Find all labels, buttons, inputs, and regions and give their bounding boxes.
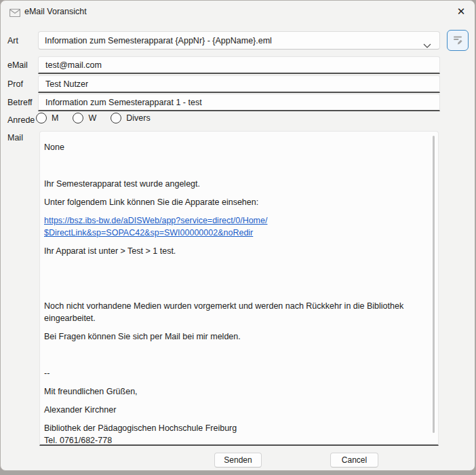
radio-option-divers[interactable]: Divers [111,113,150,124]
radio-circle-divers[interactable] [111,113,121,124]
radio-label-m: M [52,113,58,123]
mail-body-paragraph: Unter folgendem Link können Sie die Appa… [44,196,427,208]
edit-template-button[interactable] [447,30,469,51]
art-label: Art [7,36,18,45]
radio-circle-m[interactable] [36,113,47,124]
mail-body-textarea[interactable]: NoneIhr Semesterapparat test wurde angel… [39,131,439,446]
mail-body-paragraph: Mit freundlichen Grüßen, [44,385,427,398]
mail-body-paragraph: Ihr Apparat ist unter > Test > 1 test. [44,245,427,257]
betreff-field-value: Information zum Semesterapparat 1 - test [45,98,202,107]
edit-list-icon [452,33,464,48]
mail-body-paragraph [44,349,427,361]
scrollbar-thumb[interactable] [433,136,435,433]
mail-body-paragraph: Bei Fragen können Sie sich per Mail bei … [44,330,427,343]
mail-body-paragraph: Alexander Kirchner [44,404,427,416]
chevron-down-icon [423,39,431,43]
window-title: eMail Voransicht [24,7,87,16]
cancel-button[interactable]: Cancel [330,453,378,468]
mail-body-paragraph: Ihr Semesterapparat test wurde angelegt. [44,178,427,190]
mail-body-link[interactable]: https://bsz.ibs-bw.de/aDISWeb/app?servic… [44,214,427,239]
betreff-label: Betreff [7,98,33,107]
envelope-icon [9,7,20,16]
prof-label: Prof [7,79,23,89]
art-combobox-value: Information zum Semesterapparat {AppNr} … [45,36,272,45]
close-button[interactable]: ✕ [454,5,469,18]
send-button[interactable]: Senden [214,453,262,468]
mail-body-paragraph [44,159,427,172]
prof-field-value: Test Nutzer [45,79,88,89]
email-preview-dialog: eMail Voransicht ✕ Art Information zum S… [0,0,475,471]
mail-body-paragraph [44,282,427,294]
anrede-radio-group: M W Divers [36,113,165,124]
betreff-field[interactable]: Information zum Semesterapparat 1 - test [38,94,440,111]
email-label: eMail [7,60,28,70]
anrede-label: Anrede [7,115,35,125]
email-field-value: test@mail.com [45,60,102,70]
titlebar: eMail Voransicht ✕ [1,1,475,22]
mail-body-paragraph: -- [44,367,427,379]
prof-field[interactable]: Test Nutzer [38,75,440,93]
mail-body-paragraph [44,263,427,276]
radio-option-m[interactable]: M [36,113,58,124]
mail-body-paragraph: Bibliothek der Pädagogischen Hochschule … [44,422,427,446]
radio-label-w: W [88,113,96,123]
radio-label-divers: Divers [126,113,150,123]
art-combobox[interactable]: Information zum Semesterapparat {AppNr} … [38,31,440,50]
email-field[interactable]: test@mail.com [38,56,440,74]
mail-body-paragraph: None [44,141,427,153]
radio-circle-w[interactable] [73,113,83,124]
mail-body-paragraph: Noch nicht vorhandene Medien wurden vorg… [44,300,427,324]
mail-label: Mail [7,133,23,142]
radio-option-w[interactable]: W [73,113,96,124]
